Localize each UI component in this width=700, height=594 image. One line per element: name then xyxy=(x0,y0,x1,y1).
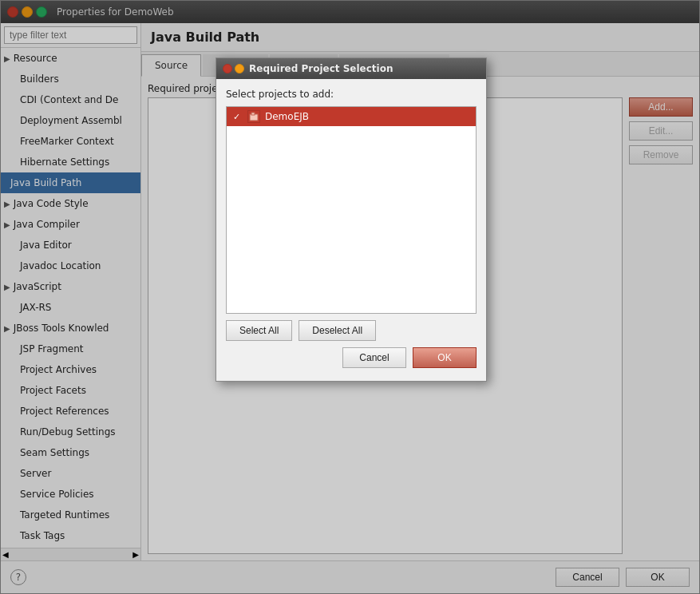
svg-rect-1 xyxy=(251,113,255,115)
deselect-all-button[interactable]: Deselect All xyxy=(299,320,376,341)
modal-overlay: Required Project Selection Select projec… xyxy=(0,0,700,594)
dialog-minimize-button[interactable] xyxy=(235,64,244,73)
project-icon xyxy=(247,110,260,123)
select-all-button[interactable]: Select All xyxy=(226,320,292,341)
dialog-select-buttons: Select All Deselect All xyxy=(226,320,477,341)
dialog-cancel-button[interactable]: Cancel xyxy=(342,347,406,368)
list-item[interactable]: ✓ DemoEJB xyxy=(227,107,476,126)
dialog-controls xyxy=(223,64,244,73)
dialog-project-list[interactable]: ✓ DemoEJB xyxy=(226,106,477,314)
dialog-ok-button[interactable]: OK xyxy=(413,347,477,368)
dialog-action-buttons: Cancel OK xyxy=(226,347,477,371)
dialog-close-button[interactable] xyxy=(223,64,232,73)
dialog-instruction: Select projects to add: xyxy=(226,89,477,100)
dialog-title-bar: Required Project Selection xyxy=(216,58,486,79)
required-project-dialog: Required Project Selection Select projec… xyxy=(216,57,487,382)
project-label: DemoEJB xyxy=(265,111,309,122)
dialog-title: Required Project Selection xyxy=(249,63,393,74)
check-icon: ✓ xyxy=(233,112,243,122)
dialog-body: Select projects to add: ✓ DemoEJB Select… xyxy=(216,79,486,381)
